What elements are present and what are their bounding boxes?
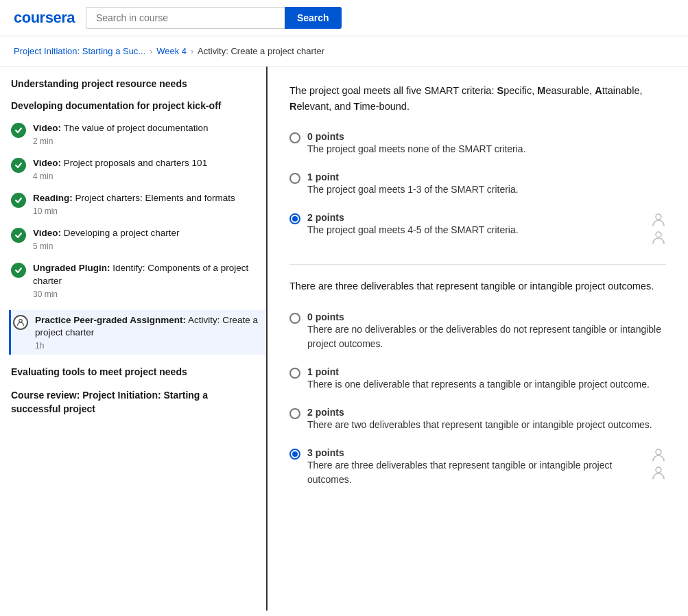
svg-point-4 xyxy=(656,467,661,473)
option-text-q2o4: There are three deliverables that repres… xyxy=(307,458,641,487)
item-content-6: Practice Peer-graded Assignment: Activit… xyxy=(35,314,261,351)
item-duration-4: 5 min xyxy=(33,241,261,251)
breadcrumb-sep-2: › xyxy=(191,47,193,56)
sidebar-item-2[interactable]: Video: Project proposals and charters 10… xyxy=(11,157,266,181)
option-icons-q1o3 xyxy=(651,212,666,245)
item-duration-5: 30 min xyxy=(33,289,261,299)
peer-graded-icon xyxy=(13,315,28,330)
radio-q2o2[interactable] xyxy=(289,368,300,379)
option-text-q1o2: The project goal meets 1-3 of the SMART … xyxy=(307,182,666,197)
sidebar-section-title-3: Evaluating tools to meet project needs xyxy=(11,366,266,379)
item-title-2: Video: Project proposals and charters 10… xyxy=(33,157,261,170)
option-text-q2o1: There are no deliverables or the deliver… xyxy=(307,322,666,351)
option-content-q1o3: 2 points The project goal meets 4-5 of t… xyxy=(307,212,641,237)
search-form: Search xyxy=(86,7,342,29)
question2-option1[interactable]: 0 points There are no deliverables or th… xyxy=(289,309,666,354)
question2-option4[interactable]: 3 points There are three deliverables th… xyxy=(289,445,666,490)
radio-q2o4[interactable] xyxy=(289,449,300,460)
option-text-q2o3: There are two deliverables that represen… xyxy=(307,418,666,432)
item-title-6: Practice Peer-graded Assignment: Activit… xyxy=(35,314,261,340)
item-duration-3: 10 min xyxy=(33,206,261,216)
option-text-q1o1: The project goal meets none of the SMART… xyxy=(307,142,666,156)
check-icon-2 xyxy=(11,158,26,173)
question1-intro: The project goal meets all five SMART cr… xyxy=(289,83,666,115)
main-layout: Understanding project resource needs Dev… xyxy=(0,67,688,611)
item-duration-1: 2 min xyxy=(33,137,261,146)
check-icon-1 xyxy=(11,123,26,138)
breadcrumb-current: Activity: Create a project charter xyxy=(198,46,324,56)
question1-option2[interactable]: 1 point The project goal meets 1-3 of th… xyxy=(289,169,666,200)
question1-options: 0 points The project goal meets none of … xyxy=(289,128,666,248)
item-title-3: Reading: Project charters: Elements and … xyxy=(33,192,261,205)
person-icon-1 xyxy=(651,212,666,227)
option-icons-q2o4 xyxy=(651,447,666,480)
option-content-q2o3: 2 points There are two deliverables that… xyxy=(307,407,666,432)
item-content-2: Video: Project proposals and charters 10… xyxy=(33,157,261,181)
item-duration-6: 1h xyxy=(35,341,261,351)
option-points-q1o2: 1 point xyxy=(307,171,666,182)
question2-intro: There are three deliverables that repres… xyxy=(289,279,666,294)
check-icon-4 xyxy=(11,228,26,243)
option-points-q2o3: 2 points xyxy=(307,407,666,418)
questions-divider xyxy=(289,264,666,265)
header: coursera Search xyxy=(0,0,688,36)
sidebar-item-3[interactable]: Reading: Project charters: Elements and … xyxy=(11,192,266,216)
option-points-q1o1: 0 points xyxy=(307,131,666,142)
coursera-logo: coursera xyxy=(14,9,75,27)
svg-point-0 xyxy=(19,319,22,322)
option-content-q2o1: 0 points There are no deliverables or th… xyxy=(307,311,666,351)
question2-option2[interactable]: 1 point There is one deliverable that re… xyxy=(289,364,666,394)
sidebar-item-6[interactable]: Practice Peer-graded Assignment: Activit… xyxy=(9,310,266,355)
content-area: The project goal meets all five SMART cr… xyxy=(268,67,688,611)
item-content-4: Video: Developing a project charter 5 mi… xyxy=(33,227,261,251)
radio-q2o1[interactable] xyxy=(289,313,300,324)
radio-q1o2[interactable] xyxy=(289,173,300,184)
breadcrumb-link-1[interactable]: Project Initiation: Starting a Suc... xyxy=(14,46,145,56)
svg-point-3 xyxy=(656,449,661,455)
check-icon-5 xyxy=(11,263,26,278)
sidebar: Understanding project resource needs Dev… xyxy=(0,67,268,611)
option-points-q2o2: 1 point xyxy=(307,366,666,377)
sidebar-section-title-1: Understanding project resource needs xyxy=(11,78,266,91)
item-title-4: Video: Developing a project charter xyxy=(33,227,261,240)
search-button[interactable]: Search xyxy=(285,7,342,29)
item-content-1: Video: The value of project documentatio… xyxy=(33,122,261,146)
sidebar-section-title-2: Developing documentation for project kic… xyxy=(11,99,266,113)
item-title-5: Ungraded Plugin: Identify: Components of… xyxy=(33,262,261,288)
question1-option1[interactable]: 0 points The project goal meets none of … xyxy=(289,128,666,159)
item-title-1: Video: The value of project documentatio… xyxy=(33,122,261,135)
radio-q2o3[interactable] xyxy=(289,408,300,419)
person-icon-4 xyxy=(651,465,666,480)
question2-option3[interactable]: 2 points There are two deliverables that… xyxy=(289,404,666,435)
sidebar-section-title-4: Course review: Project Initiation: Start… xyxy=(11,389,266,416)
option-content-q1o2: 1 point The project goal meets 1-3 of th… xyxy=(307,171,666,197)
search-input[interactable] xyxy=(86,7,285,29)
option-text-q1o3: The project goal meets 4-5 of the SMART … xyxy=(307,223,641,237)
sidebar-items-list: Video: The value of project documentatio… xyxy=(11,122,266,355)
item-duration-2: 4 min xyxy=(33,171,261,181)
breadcrumb: Project Initiation: Starting a Suc... › … xyxy=(0,36,688,67)
question2-options: 0 points There are no deliverables or th… xyxy=(289,309,666,490)
option-content-q1o1: 0 points The project goal meets none of … xyxy=(307,131,666,156)
sidebar-item-5[interactable]: Ungraded Plugin: Identify: Components of… xyxy=(11,262,266,299)
breadcrumb-sep-1: › xyxy=(150,47,152,56)
radio-q1o3[interactable] xyxy=(289,213,300,224)
breadcrumb-link-2[interactable]: Week 4 xyxy=(156,46,187,56)
person-icon-2 xyxy=(651,230,666,245)
check-icon-3 xyxy=(11,193,26,208)
option-points-q2o4: 3 points xyxy=(307,447,641,458)
item-content-5: Ungraded Plugin: Identify: Components of… xyxy=(33,262,261,299)
item-content-3: Reading: Project charters: Elements and … xyxy=(33,192,261,216)
option-content-q2o4: 3 points There are three deliverables th… xyxy=(307,447,641,487)
sidebar-item-1[interactable]: Video: The value of project documentatio… xyxy=(11,122,266,146)
person-icon-3 xyxy=(651,447,666,462)
option-points-q1o3: 2 points xyxy=(307,212,641,223)
svg-point-2 xyxy=(656,232,661,237)
option-content-q2o2: 1 point There is one deliverable that re… xyxy=(307,366,666,392)
option-points-q2o1: 0 points xyxy=(307,311,666,322)
option-text-q2o2: There is one deliverable that represents… xyxy=(307,377,666,392)
svg-point-1 xyxy=(656,214,661,220)
radio-q1o1[interactable] xyxy=(289,132,300,143)
sidebar-item-4[interactable]: Video: Developing a project charter 5 mi… xyxy=(11,227,266,251)
question1-option3[interactable]: 2 points The project goal meets 4-5 of t… xyxy=(289,209,666,248)
